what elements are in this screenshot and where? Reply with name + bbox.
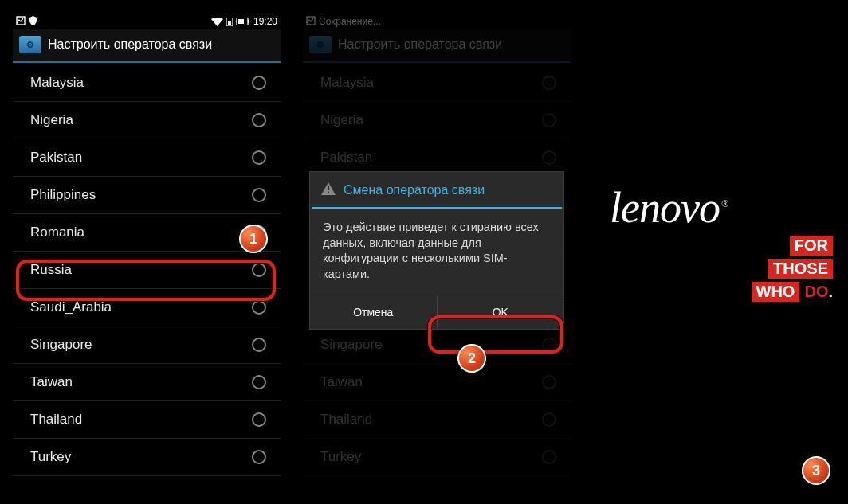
app-header: ⚙ Настроить оператора связи: [13, 29, 281, 61]
status-right: 19:20: [211, 16, 277, 27]
confirm-dialog: Смена оператора связи Это действие приве…: [309, 171, 564, 330]
clock-text: 19:20: [253, 16, 277, 27]
list-item-nigeria[interactable]: Nigeria: [13, 102, 281, 139]
battery-icon: [236, 18, 250, 25]
lenovo-logo-block: lenovo® FOR THOSE WHO DO.: [610, 183, 833, 302]
shield-icon: [29, 16, 37, 28]
list-item-turkey[interactable]: Turkey: [13, 439, 281, 476]
list-item-pakistan[interactable]: Pakistan: [13, 139, 281, 177]
callout-frame-2: [428, 315, 563, 354]
lenovo-tagline: FOR THOSE WHO DO.: [610, 236, 833, 302]
list-item-thailand[interactable]: Thailand: [13, 401, 281, 439]
radio-icon: [252, 375, 266, 389]
radio-icon: [252, 450, 266, 464]
warning-icon: [321, 182, 336, 198]
image-icon: [16, 16, 26, 28]
svg-rect-4: [238, 19, 244, 24]
radio-icon: [252, 188, 266, 202]
lenovo-logo: lenovo®: [610, 183, 728, 232]
list-item-label: Pakistan: [30, 150, 82, 166]
list-item-label: Saudi_Arabia: [30, 299, 112, 315]
dialog-title-row: Смена оператора связи: [310, 172, 563, 207]
svg-rect-8: [328, 192, 329, 193]
header-divider: [13, 61, 281, 63]
radio-icon: [252, 338, 266, 352]
callout-badge-1: 1: [239, 225, 268, 253]
list-item-taiwan[interactable]: Taiwan: [13, 364, 281, 401]
radio-icon: [252, 300, 266, 315]
callout-badge-2: 2: [457, 344, 486, 373]
list-item-label: Taiwan: [30, 374, 73, 390]
wifi-icon: [211, 18, 223, 26]
app-icon: ⚙: [19, 36, 41, 53]
list-item-singapore[interactable]: Singapore: [13, 326, 281, 364]
list-item-philippines[interactable]: Philippines: [13, 177, 281, 214]
callout-badge-3: 3: [802, 456, 830, 485]
list-item-label: Malaysia: [30, 75, 84, 91]
dialog-body: Это действие приведет к стиранию всех да…: [310, 209, 563, 295]
list-item-label: Romania: [30, 225, 84, 240]
radio-icon: [252, 150, 266, 165]
list-item-label: Singapore: [30, 337, 92, 353]
callout-frame-1: [16, 260, 276, 301]
list-item-malaysia[interactable]: Malaysia: [13, 64, 281, 102]
radio-icon: [252, 113, 266, 127]
radio-icon: [252, 412, 266, 427]
dialog-title: Смена оператора связи: [344, 183, 485, 197]
phone-screenshot-2: Сохранение... ⚙ Настроить оператора связ…: [303, 14, 571, 490]
cancel-button[interactable]: Отмена: [310, 295, 437, 329]
list-item-label: Philippines: [30, 187, 96, 203]
signal-icon: [226, 18, 233, 26]
list-item-label: Turkey: [30, 449, 71, 465]
phone-screenshot-1: 19:20 ⚙ Настроить оператора связи Malays…: [13, 14, 281, 490]
list-item-label: Nigeria: [30, 112, 73, 128]
status-bar: 19:20: [13, 14, 281, 29]
svg-rect-5: [248, 20, 249, 23]
list-item-label: Thailand: [30, 412, 82, 428]
svg-rect-2: [228, 21, 231, 25]
app-title: Настроить оператора связи: [48, 37, 212, 52]
radio-icon: [252, 76, 266, 90]
svg-rect-7: [328, 186, 329, 190]
